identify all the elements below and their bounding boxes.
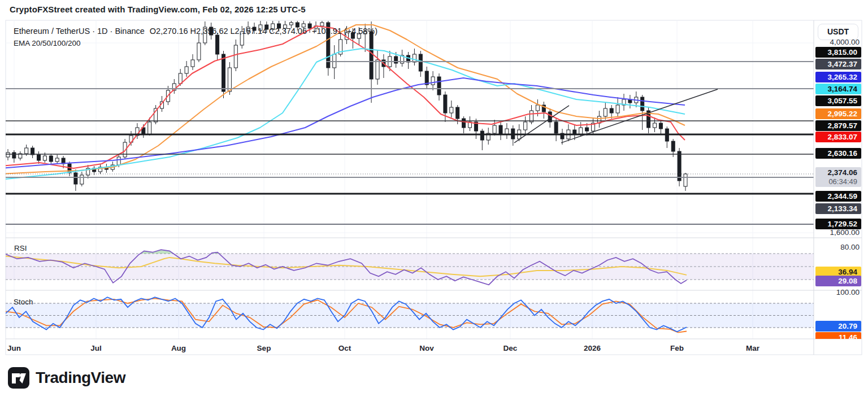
rsi-panel-label[interactable]: RSI — [14, 244, 27, 252]
scale-badge: 11.46 — [815, 332, 861, 339]
scale-badge: 3,164.74 — [815, 84, 861, 94]
scale-badge: 2,133.34 — [815, 203, 861, 214]
scale-badge: 2,833.07 — [815, 132, 861, 142]
time-axis-label: Oct — [338, 343, 351, 354]
badge-clip-wrapper: 11.46 — [815, 332, 861, 339]
time-axis-label: Jul — [90, 343, 102, 354]
scale-badge: 3,265.32 — [815, 72, 861, 82]
current-price-value: 2,374.06 — [815, 168, 857, 177]
time-axis-label: 2026 — [584, 343, 601, 354]
symbol-title[interactable]: Ethereum / TetherUS · 1D · Binance — [14, 27, 145, 36]
time-axis-label: Sep — [257, 343, 271, 354]
symbol-header: Ethereum / TetherUS · 1D · BinanceO2,270… — [14, 27, 383, 36]
stoch-panel-label[interactable]: Stoch — [14, 298, 33, 306]
scale-axis-label: 80.00 — [815, 243, 860, 252]
time-axis-label: Dec — [504, 343, 518, 354]
scale-axis-label: 4,000.00 — [815, 38, 860, 47]
scale-badge: 2,344.59 — [815, 191, 861, 202]
change-value: +103.91 (+4.58%) — [312, 27, 377, 36]
bar-countdown: 06:34:49 — [815, 177, 857, 186]
tradingview-wordmark: TradingView — [36, 369, 125, 387]
indicator-header[interactable]: EMA 20/50/100/200 — [14, 39, 81, 47]
scale-badge: 2,630.16 — [815, 148, 861, 159]
tradingview-logo[interactable]: TradingView — [7, 367, 125, 389]
attribution-text: CryptoFXStreet created with TradingView.… — [10, 5, 306, 14]
price-scale[interactable] — [814, 20, 862, 355]
time-axis-label: Jun — [7, 343, 21, 354]
scale-badge: 3,057.55 — [815, 95, 861, 106]
scale-badge: 2,995.22 — [815, 108, 861, 119]
scale-axis-label: 1,600.00 — [815, 228, 860, 237]
scale-axis-label: 100.00 — [815, 288, 860, 297]
scale-badge: 2,879.57 — [815, 120, 861, 131]
time-scale[interactable] — [6, 339, 814, 355]
time-axis-label: Feb — [670, 343, 684, 354]
rsi-panel[interactable] — [6, 250, 814, 285]
scale-badge: 3,815.00 — [815, 47, 861, 58]
tradingview-chart-screenshot: CryptoFXStreet created with TradingView.… — [0, 0, 868, 401]
time-axis-label: Nov — [419, 343, 434, 354]
scale-badge: 29.08 — [815, 276, 861, 286]
time-axis-label: Aug — [171, 343, 186, 354]
scale-badge: 20.79 — [815, 321, 861, 332]
scale-badge: 3,472.37 — [815, 59, 861, 69]
tradingview-logo-icon — [7, 367, 30, 389]
current-price-badge: 2,374.06 06:34:49 — [815, 167, 861, 187]
ohlc-values: O2,270.16 H2,396.62 L2,157.14 C2,374.06 — [150, 27, 307, 36]
time-axis-label: Mar — [746, 343, 760, 354]
